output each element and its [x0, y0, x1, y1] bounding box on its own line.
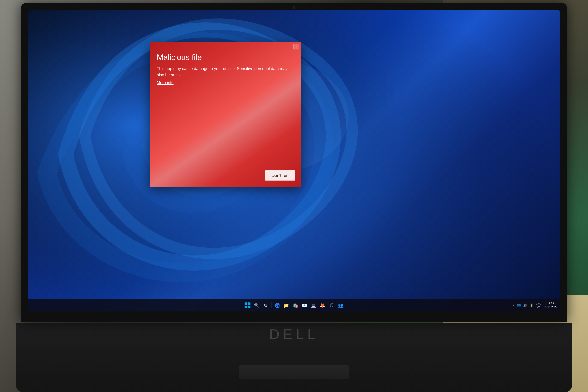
- win-logo-pane-3: [245, 306, 248, 308]
- store-icon: 🛍️: [293, 303, 298, 308]
- dont-run-button[interactable]: Don't run: [265, 170, 295, 180]
- folder-icon: 📁: [284, 303, 289, 308]
- taskbar: 🔍 ⧉ 🌀 📁 🛍️: [28, 299, 560, 312]
- system-tray: ∧ 🌐 🔊 🔋 ENG UK 11:38 21/01/2022: [512, 299, 558, 312]
- taskbar-edge-button[interactable]: 🌀: [274, 302, 281, 309]
- vscode-icon: 💻: [311, 303, 316, 308]
- windows-logo-icon: [245, 302, 250, 308]
- edge-icon: 🌀: [274, 303, 280, 308]
- malicious-file-dialog: × Malicious file This app may cause dama…: [150, 42, 301, 187]
- search-icon: 🔍: [254, 303, 259, 308]
- dialog-titlebar: ×: [150, 42, 301, 50]
- taskbar-taskview-button[interactable]: ⧉: [262, 302, 270, 309]
- tray-network-icon[interactable]: 🌐: [517, 304, 521, 307]
- dialog-more-info-link[interactable]: More info: [157, 80, 174, 85]
- dialog-close-button[interactable]: ×: [293, 44, 299, 50]
- taskbar-time: 11:38: [547, 302, 554, 305]
- taskbar-clock[interactable]: 11:38 21/01/2022: [544, 302, 558, 309]
- taskbar-firefox-button[interactable]: 🦊: [319, 302, 326, 309]
- screen-bezel: × Malicious file This app may cause dama…: [21, 3, 567, 322]
- taskview-icon: ⧉: [264, 303, 267, 308]
- tray-lang-region: UK: [537, 305, 540, 308]
- taskbar-spotify-button[interactable]: 🎵: [328, 302, 336, 309]
- tray-battery-icon[interactable]: 🔋: [530, 304, 534, 307]
- start-button[interactable]: [244, 302, 252, 309]
- win-logo-pane-1: [245, 302, 248, 305]
- firefox-icon: 🦊: [320, 303, 325, 308]
- taskbar-teams-button[interactable]: 👥: [337, 302, 344, 309]
- tray-sound-icon[interactable]: 🔊: [523, 304, 527, 307]
- webcam: [293, 6, 295, 9]
- dialog-title: Malicious file: [157, 53, 294, 62]
- taskbar-store-button[interactable]: 🛍️: [292, 302, 299, 309]
- tray-chevron-up[interactable]: ∧: [512, 304, 515, 307]
- taskbar-vscode-button[interactable]: 💻: [310, 302, 317, 309]
- spotify-icon: 🎵: [329, 303, 334, 308]
- taskbar-search-button[interactable]: 🔍: [253, 302, 260, 309]
- tray-lang-code: ENG: [536, 302, 542, 305]
- screen: × Malicious file This app may cause dama…: [28, 10, 560, 312]
- teams-icon: 👥: [338, 303, 343, 308]
- taskbar-mail-button[interactable]: 📧: [300, 302, 308, 309]
- dialog-footer: Don't run: [265, 170, 295, 180]
- taskbar-explorer-button[interactable]: 📁: [282, 302, 290, 309]
- dialog-body: This app may cause damage to your device…: [157, 66, 294, 78]
- win-logo-pane-2: [248, 302, 250, 305]
- trackpad[interactable]: [239, 364, 349, 379]
- taskbar-icons: 🔍 ⧉ 🌀 📁 🛍️: [244, 302, 344, 309]
- laptop-base: DELL: [16, 323, 572, 392]
- dialog-content: Malicious file This app may cause damage…: [150, 50, 301, 90]
- tray-language[interactable]: ENG UK: [536, 302, 542, 308]
- taskbar-date: 21/01/2022: [544, 305, 558, 309]
- mail-icon: 📧: [302, 303, 307, 308]
- laptop-brand: DELL: [269, 326, 319, 342]
- win-logo-pane-4: [248, 306, 250, 308]
